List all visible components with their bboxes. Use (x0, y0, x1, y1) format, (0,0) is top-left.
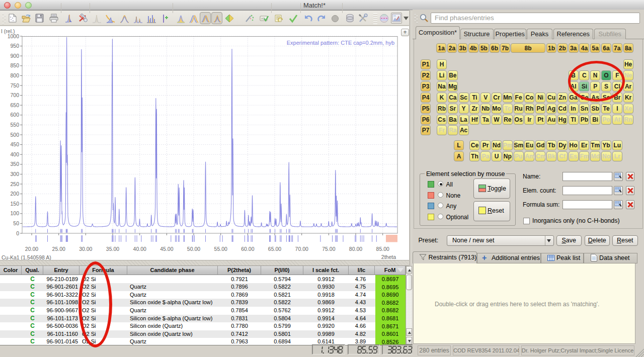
svg-text:0: 0 (16, 230, 19, 236)
svg-text:25.00: 25.00 (52, 246, 65, 252)
svg-text:Cu-Ka1 (1.540598 A): Cu-Ka1 (1.540598 A) (2, 254, 51, 260)
svg-text:600: 600 (10, 112, 19, 118)
svg-text:550: 550 (10, 122, 19, 128)
svg-text:350: 350 (10, 161, 19, 167)
svg-text:55.00: 55.00 (214, 246, 227, 252)
svg-text:2theta: 2theta (381, 254, 396, 260)
svg-text:60.00: 60.00 (241, 246, 254, 252)
svg-text:450: 450 (10, 141, 19, 147)
svg-text:80.00: 80.00 (349, 246, 362, 252)
svg-text:750: 750 (10, 82, 19, 88)
svg-text:65.00: 65.00 (268, 246, 281, 252)
svg-text:250: 250 (10, 181, 19, 187)
svg-text:45.00: 45.00 (160, 246, 173, 252)
svg-text:50: 50 (13, 220, 19, 226)
svg-text:150: 150 (10, 201, 19, 207)
svg-text:70.00: 70.00 (295, 246, 308, 252)
svg-text:500: 500 (10, 132, 19, 138)
svg-text:100: 100 (10, 210, 19, 216)
svg-text:650: 650 (10, 102, 19, 108)
svg-text:400: 400 (10, 151, 19, 157)
svg-text:50.00: 50.00 (187, 246, 200, 252)
svg-text:900: 900 (10, 53, 19, 59)
svg-text:200: 200 (10, 191, 19, 197)
svg-text:20.00: 20.00 (25, 246, 38, 252)
svg-text:300: 300 (10, 171, 19, 177)
svg-text:35.00: 35.00 (106, 246, 119, 252)
svg-text:30.00: 30.00 (79, 246, 92, 252)
svg-text:40.00: 40.00 (133, 246, 146, 252)
svg-text:700: 700 (10, 92, 19, 98)
svg-text:75.00: 75.00 (322, 246, 335, 252)
svg-text:85.00: 85.00 (376, 246, 389, 252)
svg-text:I (rel.): I (rel.) (1, 28, 15, 34)
svg-text:850: 850 (10, 62, 19, 68)
svg-text:800: 800 (10, 72, 19, 78)
svg-text:Experimental pattern: CTE cap=: Experimental pattern: CTE cap=0.2mm, hyb (287, 40, 394, 46)
svg-text:950: 950 (10, 43, 19, 49)
